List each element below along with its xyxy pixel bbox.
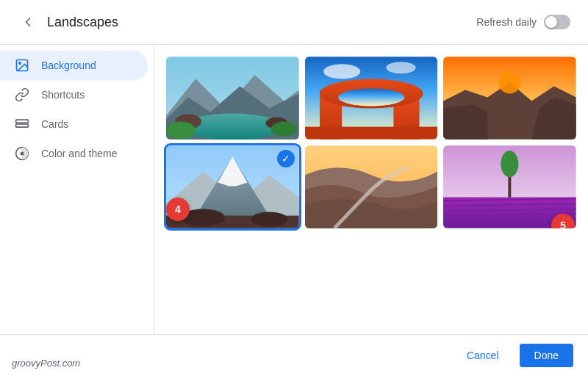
page-title: Landscapes <box>47 15 118 30</box>
annotation-badge-4: 4 <box>166 198 190 221</box>
toggle-thumb <box>545 16 557 28</box>
image-cell-6[interactable]: 5 <box>443 145 576 228</box>
svg-rect-21 <box>305 127 438 140</box>
svg-point-37 <box>501 151 519 177</box>
sidebar-item-color-theme[interactable]: Color and theme <box>0 139 148 168</box>
sidebar-label-background: Background <box>41 59 96 71</box>
svg-point-26 <box>499 71 521 93</box>
image-grid: ✓ 4 <box>166 57 576 228</box>
watermark: groovyPost.com <box>12 358 80 369</box>
svg-point-15 <box>323 64 360 79</box>
shortcuts-icon <box>15 87 29 102</box>
svg-rect-2 <box>16 120 29 123</box>
dialog-footer: groovyPost.com Cancel Done <box>0 334 588 376</box>
sidebar-label-color-theme: Color and theme <box>41 148 118 159</box>
image-cell-5[interactable] <box>305 145 438 228</box>
svg-point-12 <box>166 122 196 140</box>
svg-point-5 <box>21 152 24 156</box>
refresh-daily-toggle[interactable] <box>544 15 570 29</box>
svg-point-33 <box>251 212 287 226</box>
image-grid-area: ✓ 4 <box>154 45 588 334</box>
selected-check-badge: ✓ <box>277 150 295 167</box>
dialog-body: Background Shortcuts <box>0 45 588 334</box>
header-right: Refresh daily <box>476 15 570 29</box>
svg-point-1 <box>19 62 21 65</box>
image-cell-1[interactable] <box>166 57 299 140</box>
sidebar-item-background[interactable]: Background <box>0 51 148 80</box>
sidebar-item-shortcuts[interactable]: Shortcuts <box>0 80 148 109</box>
cancel-button[interactable]: Cancel <box>455 344 511 367</box>
done-button[interactable]: Done <box>520 344 573 367</box>
svg-point-16 <box>386 62 415 73</box>
image-cell-3[interactable] <box>443 57 576 140</box>
cards-icon <box>15 117 29 131</box>
landscape-image-5 <box>305 145 438 228</box>
background-icon <box>15 58 29 73</box>
svg-point-20 <box>338 88 404 106</box>
landscape-image-1 <box>166 57 299 140</box>
svg-point-13 <box>271 122 298 137</box>
image-cell-2[interactable] <box>305 57 438 140</box>
svg-marker-24 <box>443 104 487 139</box>
refresh-label: Refresh daily <box>476 16 537 28</box>
back-icon <box>21 15 35 29</box>
sidebar-label-shortcuts: Shortcuts <box>41 89 85 101</box>
landscape-image-3 <box>443 57 576 140</box>
color-theme-icon <box>15 146 29 161</box>
sidebar-label-cards: Cards <box>41 118 68 130</box>
landscape-image-2 <box>305 57 438 140</box>
back-button[interactable] <box>18 12 38 32</box>
image-cell-4[interactable]: ✓ 4 <box>166 145 299 228</box>
svg-rect-3 <box>16 124 29 127</box>
sidebar: Background Shortcuts <box>0 45 154 334</box>
sidebar-item-cards[interactable]: Cards <box>0 109 148 139</box>
dialog-header: Landscapes Refresh daily <box>0 0 588 45</box>
